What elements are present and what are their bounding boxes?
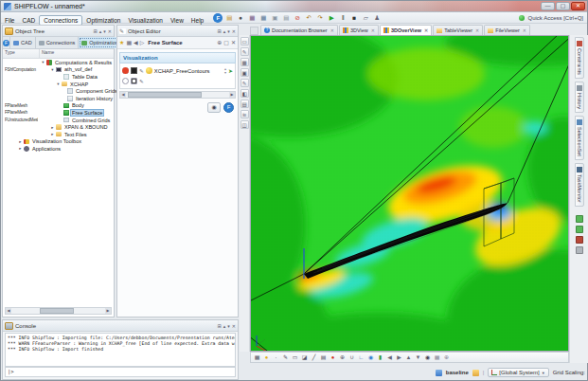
visibility-checkbox[interactable] [131, 67, 137, 74]
console-log[interactable]: *** INFO Shipflow : Importing file: C:/U… [5, 333, 236, 367]
tab-close-icon[interactable]: ✕ [371, 27, 375, 33]
settings-gear-icon[interactable]: ● [236, 13, 245, 23]
expander-icon[interactable]: ▸ [50, 132, 55, 136]
abort-icon[interactable]: ⊘ [293, 13, 302, 23]
panel-close-icon[interactable]: ✕ [232, 28, 236, 34]
viewer-tab-documentation-browser[interactable]: ?Documentation Browser✕ [260, 25, 338, 35]
camera-icon[interactable]: ◉ [423, 354, 432, 362]
globe-icon[interactable]: ◉ [366, 354, 375, 362]
tree-tab-connections[interactable]: Connections [36, 37, 80, 48]
status-error-icon[interactable] [576, 236, 583, 244]
dock-tab-selectionset[interactable]: SelectionSet [575, 116, 584, 160]
help-f-button[interactable]: F [223, 102, 234, 113]
edit-icon[interactable]: ✎ [139, 68, 144, 74]
tab-overflow-icon[interactable] [250, 27, 258, 35]
grid-icon[interactable]: ▦ [241, 58, 249, 66]
panel-menu-icon[interactable]: ⊞ [218, 28, 222, 34]
tree-row-component-grids[interactable]: Component Grids [3, 87, 114, 95]
tree-row-combined-grids[interactable]: FUnstructuredMeshCombined Grids [3, 117, 114, 124]
viewer-tab-tableviewer[interactable]: TableViewer✕ [433, 25, 483, 35]
record-icon[interactable]: ● [329, 354, 337, 362]
tree-row-free-surface[interactable]: FPlaneMeshFree Surface [3, 109, 114, 117]
help-icon[interactable]: F [213, 13, 223, 23]
draw-icon[interactable]: ✎ [281, 354, 290, 362]
tree-row-computations-results[interactable]: ▾Computations & Results [3, 59, 114, 66]
section-icon[interactable]: ◫ [241, 120, 249, 129]
half-shade-icon[interactable]: ◧ [241, 89, 249, 98]
line-icon[interactable]: ╱ [310, 354, 318, 362]
tree-row-text-files[interactable]: ▸Text Files [3, 131, 114, 138]
run-icon[interactable]: ▶ [327, 13, 336, 23]
panel-collapse-icon[interactable]: ▴ [99, 28, 102, 34]
status-ok2-icon[interactable] [576, 226, 583, 233]
name-column-header[interactable]: Name [40, 49, 54, 58]
snapshot-camera-button[interactable]: ◉ [207, 102, 221, 113]
tree-row-xpan-xbound[interactable]: ▸XPAN & XBOUND [3, 123, 114, 131]
copy-icon[interactable]: ▣ [270, 13, 279, 23]
visibility-checkbox-empty[interactable] [131, 78, 137, 84]
tree-row-applications[interactable]: ▸Applications [3, 145, 114, 153]
plane-icon[interactable]: ▭ [291, 354, 299, 362]
panel-float-icon[interactable]: ▾ [103, 28, 106, 34]
expander-icon[interactable]: ▾ [41, 60, 45, 64]
axes-icon[interactable]: ∟ [357, 354, 365, 362]
tree-row-body[interactable]: FPlaneMeshBody [3, 102, 114, 110]
panel-collapse-icon[interactable]: ▴ [223, 28, 226, 34]
menu-file[interactable]: File [1, 16, 18, 25]
pencil-icon[interactable]: ✎ [241, 47, 249, 56]
grid-toggle-icon[interactable]: ▦ [253, 354, 261, 362]
expander-icon[interactable]: ▾ [50, 67, 55, 72]
framework-tab[interactable]: F [3, 37, 10, 48]
tab-close-icon[interactable]: ✕ [424, 27, 428, 33]
menu-visualization[interactable]: Visualization [124, 16, 166, 25]
tree-row-iteration-history[interactable]: Iteration History [3, 95, 114, 102]
stop-icon[interactable]: ■ [349, 13, 359, 23]
type-column-header[interactable]: Type [3, 49, 40, 58]
surface-icon[interactable]: ◪ [300, 354, 309, 362]
baseline-label[interactable]: baseline [446, 370, 469, 375]
tree-row-xchap[interactable]: ▾XCHAP [3, 81, 114, 88]
detach-icon[interactable]: ▢ [223, 39, 229, 46]
minimize-button[interactable]: — [541, 2, 555, 10]
highlight-icon[interactable]: ● [262, 354, 271, 362]
forward-icon[interactable]: ▷ [140, 39, 145, 46]
point-icon[interactable]: ∙ [272, 354, 280, 362]
lock-icon[interactable]: ▮ [376, 354, 384, 362]
tab-close-icon[interactable]: ✕ [523, 27, 526, 33]
panel-menu-icon[interactable]: ⊞ [94, 28, 98, 34]
zoom-icon[interactable]: ⊕ [442, 354, 451, 362]
tree-horizontal-scrollbar[interactable]: ◀ ▶ [5, 307, 112, 315]
grid2-icon[interactable]: ▦ [433, 354, 441, 362]
layers-icon[interactable]: ▤ [241, 100, 249, 108]
save-icon[interactable]: ▦ [247, 13, 257, 23]
viewport-3d[interactable] [250, 35, 569, 352]
editor-horizontal-scrollbar[interactable]: ◀ ▶ [119, 91, 236, 99]
view-left-icon[interactable]: ◀ [385, 354, 394, 362]
panel-close-icon[interactable]: ✕ [108, 28, 112, 34]
pause-icon[interactable]: ‖ [338, 13, 347, 23]
render-circle-icon[interactable] [122, 78, 129, 84]
snap-icon[interactable]: ∪ [347, 354, 356, 362]
search-icon[interactable]: ⊕ [217, 39, 222, 46]
close-editor-icon[interactable]: ✕ [231, 39, 236, 46]
status-ok-icon[interactable] [576, 215, 583, 223]
dock-tab-history[interactable]: History [575, 82, 584, 113]
menu-view[interactable]: View [167, 16, 187, 25]
project-folder-icon[interactable] [472, 370, 479, 376]
panel-menu-icon[interactable]: ⊞ [218, 323, 222, 329]
menu-connections[interactable]: Connections [39, 15, 82, 26]
empty-entry-row[interactable]: ✎ [122, 76, 233, 86]
panel-float-icon[interactable]: ▾ [227, 323, 230, 329]
status-idle-icon[interactable] [576, 246, 583, 254]
edit-icon-empty[interactable]: ✎ [139, 79, 144, 84]
scroll-thumb[interactable] [128, 92, 202, 98]
scroll-right-icon[interactable]: ▶ [105, 308, 111, 314]
scroll-right-icon[interactable]: ▶ [229, 92, 235, 98]
panel-close-icon[interactable]: ✕ [232, 323, 236, 329]
tree-row-ath-vof-def[interactable]: FShfComputation▾ath_vof_def [3, 66, 114, 74]
viewer-tab-3dview[interactable]: 3DView✕ [339, 25, 379, 35]
tab-close-icon[interactable]: ✕ [330, 27, 334, 33]
annotate-icon[interactable]: ✎ [241, 79, 249, 87]
viewer-tab-fileviewer[interactable]: FileViewer✕ [484, 25, 530, 35]
delete-icon[interactable]: ▦ [126, 39, 132, 46]
